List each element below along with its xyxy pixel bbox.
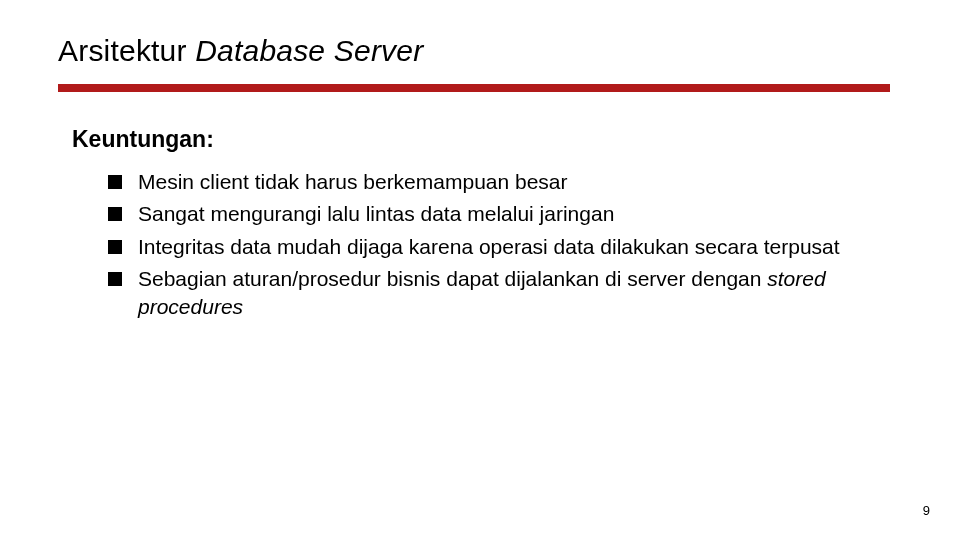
title-plain: Arsitektur [58, 34, 195, 67]
square-bullet-icon [108, 207, 122, 221]
section-heading: Keuntungan: [72, 126, 214, 153]
list-item: Mesin client tidak harus berkemampuan be… [108, 168, 868, 196]
list-item-text: Integritas data mudah dijaga karena oper… [138, 233, 840, 261]
list-item: Sangat mengurangi lalu lintas data melal… [108, 200, 868, 228]
slide: Arsitektur Database Server Keuntungan: M… [0, 0, 960, 540]
list-item-text: Sebagian aturan/prosedur bisnis dapat di… [138, 265, 868, 322]
list-item-text: Sangat mengurangi lalu lintas data melal… [138, 200, 614, 228]
square-bullet-icon [108, 240, 122, 254]
square-bullet-icon [108, 272, 122, 286]
list-item-text: Mesin client tidak harus berkemampuan be… [138, 168, 568, 196]
page-number: 9 [923, 503, 930, 518]
list-item: Integritas data mudah dijaga karena oper… [108, 233, 868, 261]
square-bullet-icon [108, 175, 122, 189]
bullet-list: Mesin client tidak harus berkemampuan be… [108, 168, 868, 326]
slide-title: Arsitektur Database Server [58, 34, 423, 68]
title-divider [58, 84, 890, 92]
list-item: Sebagian aturan/prosedur bisnis dapat di… [108, 265, 868, 322]
list-item-text-pre: Sebagian aturan/prosedur bisnis dapat di… [138, 267, 767, 290]
title-italic: Database Server [195, 34, 423, 67]
